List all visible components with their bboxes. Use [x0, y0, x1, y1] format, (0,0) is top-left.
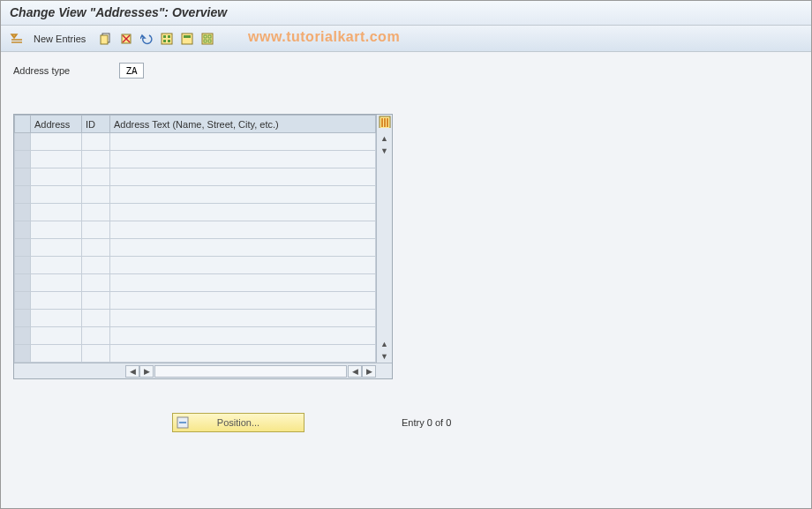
- cell-address-text[interactable]: [110, 327, 376, 345]
- window-title: Change View "Addresses": Overview: [1, 1, 811, 26]
- cell-address-text[interactable]: [110, 204, 376, 221]
- scroll-right-icon[interactable]: ▶: [139, 365, 154, 378]
- table-row[interactable]: [15, 221, 376, 239]
- column-address-text[interactable]: Address Text (Name, Street, City, etc.): [110, 116, 376, 133]
- cell-address-text[interactable]: [110, 186, 376, 204]
- cell-id[interactable]: [82, 239, 110, 257]
- vertical-scrollbar[interactable]: ▲ ▼ ▲ ▼: [376, 115, 392, 363]
- column-address[interactable]: Address: [31, 116, 82, 133]
- cell-id[interactable]: [82, 257, 110, 274]
- row-selector[interactable]: [15, 168, 31, 186]
- scroll-left-icon[interactable]: ◀: [125, 365, 139, 378]
- cell-address[interactable]: [31, 133, 82, 151]
- new-entries-button[interactable]: New Entries: [28, 32, 91, 46]
- cell-address-text[interactable]: [110, 168, 376, 186]
- position-icon: [177, 416, 191, 429]
- cell-address[interactable]: [31, 239, 82, 257]
- table-row[interactable]: [15, 186, 376, 204]
- cell-id[interactable]: [82, 327, 110, 345]
- toggle-icon[interactable]: [8, 30, 26, 48]
- scroll-up-icon[interactable]: ▲: [379, 132, 391, 145]
- column-select-all[interactable]: [15, 116, 31, 133]
- row-selector[interactable]: [15, 257, 31, 274]
- row-selector[interactable]: [15, 292, 31, 310]
- scroll-left-icon[interactable]: ◀: [348, 365, 362, 378]
- table-row[interactable]: [15, 292, 376, 310]
- cell-id[interactable]: [82, 345, 110, 363]
- cell-id[interactable]: [82, 133, 110, 151]
- delete-icon[interactable]: [117, 30, 135, 48]
- column-id[interactable]: ID: [82, 116, 110, 133]
- table-row[interactable]: [15, 327, 376, 345]
- address-type-row: Address type: [13, 63, 799, 79]
- cell-address[interactable]: [31, 292, 82, 310]
- cell-id[interactable]: [82, 204, 110, 221]
- address-type-input[interactable]: [119, 63, 144, 79]
- cell-id[interactable]: [82, 168, 110, 186]
- table-row[interactable]: [15, 345, 376, 363]
- cell-id[interactable]: [82, 221, 110, 239]
- cell-address-text[interactable]: [110, 345, 376, 363]
- deselect-all-icon[interactable]: [199, 30, 216, 48]
- cell-id[interactable]: [82, 310, 110, 327]
- address-type-label: Address type: [13, 65, 110, 76]
- table-row[interactable]: [15, 133, 376, 151]
- row-selector[interactable]: [15, 186, 31, 204]
- row-selector[interactable]: [15, 204, 31, 221]
- table-row[interactable]: [15, 274, 376, 292]
- row-selector[interactable]: [15, 327, 31, 345]
- position-button[interactable]: Position...: [172, 413, 304, 432]
- cell-address-text[interactable]: [110, 221, 376, 239]
- cell-address-text[interactable]: [110, 133, 376, 151]
- row-selector[interactable]: [15, 133, 31, 151]
- table-row[interactable]: [15, 239, 376, 257]
- svg-rect-6: [163, 35, 166, 38]
- cell-address-text[interactable]: [110, 292, 376, 310]
- cell-address[interactable]: [31, 327, 82, 345]
- row-selector[interactable]: [15, 345, 31, 363]
- undo-icon[interactable]: [138, 30, 155, 48]
- copy-icon[interactable]: [97, 30, 115, 48]
- cell-address[interactable]: [31, 204, 82, 221]
- cell-address-text[interactable]: [110, 274, 376, 292]
- scroll-down-icon[interactable]: ▼: [379, 145, 391, 157]
- row-selector[interactable]: [15, 274, 31, 292]
- scroll-track[interactable]: [154, 365, 347, 378]
- cell-address[interactable]: [31, 186, 82, 204]
- row-selector[interactable]: [15, 310, 31, 327]
- table-row[interactable]: [15, 257, 376, 274]
- cell-id[interactable]: [82, 151, 110, 168]
- table-row[interactable]: [15, 151, 376, 168]
- table-row[interactable]: [15, 168, 376, 186]
- table-settings-icon[interactable]: [379, 116, 391, 128]
- cell-address[interactable]: [31, 274, 82, 292]
- cell-address[interactable]: [31, 221, 82, 239]
- select-block-icon[interactable]: [178, 30, 196, 48]
- cell-address[interactable]: [31, 345, 82, 363]
- cell-address-text[interactable]: [110, 239, 376, 257]
- scroll-right-icon[interactable]: ▶: [362, 365, 376, 378]
- cell-id[interactable]: [82, 274, 110, 292]
- cell-address-text[interactable]: [110, 151, 376, 168]
- cell-address-text[interactable]: [110, 257, 376, 274]
- horizontal-scrollbar[interactable]: ◀ ▶ ◀ ▶: [14, 363, 392, 378]
- cell-id[interactable]: [82, 186, 110, 204]
- cell-id[interactable]: [82, 292, 110, 310]
- svg-rect-7: [168, 35, 170, 38]
- cell-address[interactable]: [31, 310, 82, 327]
- scroll-down-icon[interactable]: ▼: [379, 350, 391, 363]
- svg-rect-10: [182, 34, 192, 44]
- table-row[interactable]: [15, 204, 376, 221]
- table-row[interactable]: [15, 310, 376, 327]
- scroll-up-icon[interactable]: ▲: [379, 338, 391, 350]
- cell-address[interactable]: [31, 257, 82, 274]
- select-all-icon[interactable]: [158, 30, 176, 48]
- cell-address-text[interactable]: [110, 310, 376, 327]
- cell-address[interactable]: [31, 168, 82, 186]
- row-selector[interactable]: [15, 221, 31, 239]
- svg-rect-19: [384, 118, 386, 127]
- cell-address[interactable]: [31, 151, 82, 168]
- row-selector[interactable]: [15, 151, 31, 168]
- toolbar: New Entries www.tutorialkart.com: [1, 26, 811, 52]
- row-selector[interactable]: [15, 239, 31, 257]
